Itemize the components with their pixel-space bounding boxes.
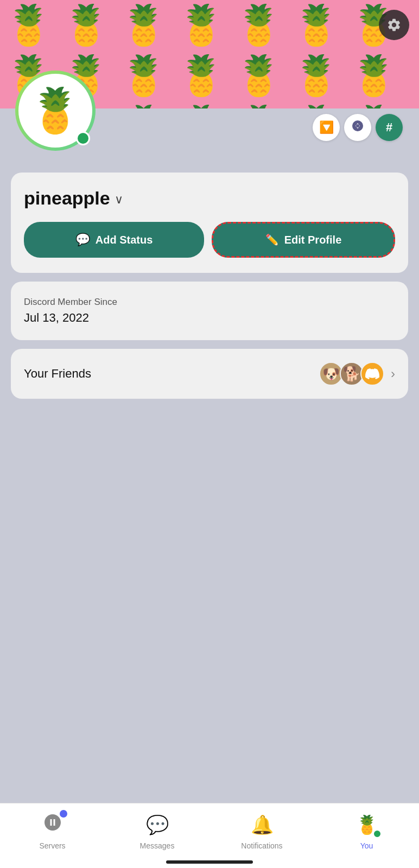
- pineapple-pattern-item: 🍍: [288, 50, 345, 101]
- friends-label: Your Friends: [24, 367, 91, 381]
- online-indicator: [76, 131, 90, 145]
- nav-item-servers[interactable]: Servers: [0, 811, 105, 850]
- spacer: [0, 407, 419, 679]
- servers-icon-wrap: [39, 811, 66, 838]
- pineapple-pattern-item: 🍍: [345, 101, 403, 108]
- edit-profile-button[interactable]: ✏️ Edit Profile: [212, 222, 395, 258]
- nav-item-notifications[interactable]: 🔔 Notifications: [210, 811, 314, 850]
- add-status-button[interactable]: 💬 Add Status: [24, 222, 204, 258]
- gear-icon: [386, 17, 402, 33]
- friends-card[interactable]: Your Friends 🐶 🐕 ›: [11, 349, 408, 399]
- pineapple-pattern-item: 🍍: [173, 0, 230, 50]
- messages-icon-wrap: 💬: [144, 811, 171, 838]
- messages-label: Messages: [140, 841, 175, 850]
- pineapple-pattern-item: 🍍: [115, 0, 173, 50]
- messages-icon: 💬: [146, 814, 169, 835]
- boost-badge[interactable]: 🔽: [313, 114, 340, 141]
- speech-bubble-icon: 💬: [75, 233, 90, 247]
- edit-profile-label: Edit Profile: [284, 234, 342, 246]
- tag-badge[interactable]: #: [376, 114, 403, 141]
- username-text: pineapple: [24, 188, 110, 209]
- boost-icon: 🔽: [319, 120, 334, 135]
- servers-badge: [59, 809, 68, 819]
- avatar-area: 🍍: [15, 71, 96, 151]
- member-since-card: Discord Member Since Jul 13, 2022: [11, 282, 408, 340]
- pineapple-pattern-item: 🍍: [173, 50, 230, 101]
- pineapple-pattern-item: 🍍: [115, 50, 173, 101]
- you-online-dot: [373, 829, 382, 838]
- nav-item-messages[interactable]: 💬 Messages: [105, 811, 210, 850]
- tag-icon: #: [386, 120, 392, 135]
- pineapple-pattern-item: 🍍: [230, 101, 288, 108]
- add-status-label: Add Status: [96, 234, 153, 246]
- nitro-icon: [351, 119, 364, 136]
- nitro-badge[interactable]: [344, 114, 371, 141]
- pineapple-pattern-item: 🍍: [288, 0, 345, 50]
- buttons-row: 💬 Add Status ✏️ Edit Profile: [24, 222, 395, 258]
- settings-button[interactable]: [379, 10, 409, 40]
- you-icon-wrap: 🍍: [353, 811, 380, 838]
- pineapple-pattern-item: 🍍: [230, 50, 288, 101]
- you-label: You: [360, 841, 373, 850]
- pineapple-pattern-item: 🍍: [173, 101, 230, 108]
- home-indicator: [166, 860, 253, 864]
- pineapple-pattern-item: 🍍: [230, 0, 288, 50]
- pineapple-pattern-item: 🍍: [345, 50, 403, 101]
- pineapple-pattern-item: 🍍: [115, 101, 173, 108]
- notifications-label: Notifications: [241, 841, 282, 850]
- chevron-down-icon[interactable]: ∨: [115, 193, 123, 207]
- bottom-nav: Servers 💬 Messages 🔔 Notifications 🍍 You: [0, 803, 419, 868]
- main-content: pineapple ∨ 💬 Add Status ✏️ Edit Profile…: [0, 162, 419, 399]
- notifications-icon-wrap: 🔔: [249, 811, 276, 838]
- action-badges: 🔽 #: [313, 114, 403, 141]
- pineapple-pattern-item: 🍍: [288, 101, 345, 108]
- servers-label: Servers: [39, 841, 65, 850]
- chevron-right-icon: ›: [391, 366, 395, 381]
- member-since-date: Jul 13, 2022: [24, 311, 395, 325]
- bell-icon: 🔔: [251, 814, 274, 835]
- username-card: pineapple ∨ 💬 Add Status ✏️ Edit Profile: [11, 173, 408, 273]
- pineapple-pattern-item: 🍍: [0, 0, 58, 50]
- pineapple-pattern-item: 🍍: [58, 0, 115, 50]
- nav-item-you[interactable]: 🍍 You: [314, 811, 419, 850]
- friends-avatars: 🐶 🐕 ›: [319, 362, 395, 386]
- member-since-label: Discord Member Since: [24, 297, 395, 308]
- friend-avatar-discord: [360, 362, 384, 386]
- username-row: pineapple ∨: [24, 188, 395, 209]
- svg-point-1: [356, 124, 359, 127]
- pencil-icon: ✏️: [265, 233, 279, 246]
